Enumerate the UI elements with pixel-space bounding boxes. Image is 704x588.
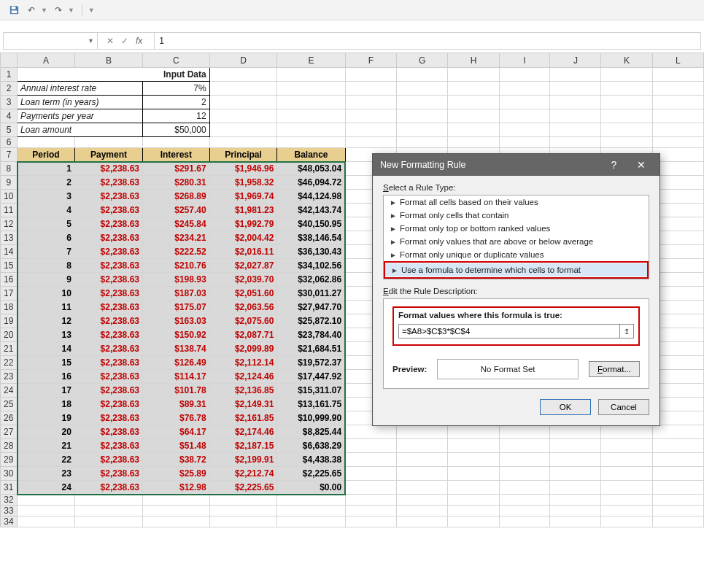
- cell-period[interactable]: 11: [18, 301, 75, 314]
- empty-cell[interactable]: [550, 467, 601, 481]
- cell-balance[interactable]: $8,825.44: [277, 425, 345, 439]
- input-value[interactable]: 12: [142, 109, 209, 123]
- row-header-5[interactable]: 5: [1, 123, 18, 137]
- empty-cell[interactable]: [142, 506, 209, 517]
- empty-cell[interactable]: [448, 481, 499, 495]
- col-header-A[interactable]: A: [18, 53, 75, 68]
- col-header-J[interactable]: J: [550, 53, 601, 68]
- col-header-G[interactable]: G: [396, 53, 447, 68]
- empty-cell[interactable]: [277, 96, 345, 109]
- empty-cell[interactable]: [345, 439, 396, 453]
- cell-principal[interactable]: $2,016.11: [209, 245, 277, 259]
- empty-cell[interactable]: [396, 96, 447, 109]
- empty-cell[interactable]: [652, 495, 703, 506]
- cell-payment[interactable]: $2,238.63: [74, 342, 142, 356]
- empty-cell[interactable]: [396, 467, 447, 481]
- cell-period[interactable]: 18: [18, 398, 75, 411]
- empty-cell[interactable]: [601, 137, 652, 148]
- empty-cell[interactable]: [499, 425, 550, 439]
- row-header-8[interactable]: 8: [1, 162, 18, 176]
- empty-cell[interactable]: [209, 82, 277, 96]
- cell-principal[interactable]: $1,946.96: [209, 162, 277, 176]
- cell-period[interactable]: 8: [18, 259, 75, 273]
- empty-cell[interactable]: [550, 96, 601, 109]
- cell-interest[interactable]: $175.07: [142, 301, 209, 314]
- empty-cell[interactable]: [74, 517, 142, 527]
- row-header-16[interactable]: 16: [1, 273, 18, 287]
- empty-cell[interactable]: [601, 82, 652, 96]
- empty-cell[interactable]: [652, 439, 703, 453]
- empty-cell[interactable]: [396, 68, 447, 82]
- cell-balance[interactable]: $30,011.27: [277, 287, 345, 301]
- fx-icon[interactable]: fx: [136, 36, 142, 46]
- empty-cell[interactable]: [345, 68, 396, 82]
- row-header-29[interactable]: 29: [1, 453, 18, 467]
- empty-cell[interactable]: [345, 467, 396, 481]
- cell-interest[interactable]: $163.03: [142, 314, 209, 328]
- empty-cell[interactable]: [18, 506, 75, 517]
- empty-cell[interactable]: [396, 82, 447, 96]
- cell-interest[interactable]: $89.31: [142, 398, 209, 411]
- empty-cell[interactable]: [652, 506, 703, 517]
- empty-cell[interactable]: [396, 137, 447, 148]
- cell-period[interactable]: 14: [18, 342, 75, 356]
- cell-payment[interactable]: $2,238.63: [74, 204, 142, 217]
- empty-cell[interactable]: [209, 517, 277, 527]
- cell-balance[interactable]: $13,161.75: [277, 398, 345, 411]
- empty-cell[interactable]: [550, 517, 601, 527]
- cell-payment[interactable]: $2,238.63: [74, 467, 142, 481]
- cell-payment[interactable]: $2,238.63: [74, 231, 142, 245]
- empty-cell[interactable]: [277, 506, 345, 517]
- empty-cell[interactable]: [448, 517, 499, 527]
- input-data-title[interactable]: Input Data: [18, 68, 210, 82]
- cell-period[interactable]: 21: [18, 439, 75, 453]
- cell-principal[interactable]: $2,087.71: [209, 328, 277, 342]
- empty-cell[interactable]: [499, 517, 550, 527]
- cell-principal[interactable]: $2,063.56: [209, 301, 277, 314]
- cell-interest[interactable]: $257.40: [142, 204, 209, 217]
- empty-cell[interactable]: [209, 123, 277, 137]
- cell-interest[interactable]: $280.31: [142, 176, 209, 190]
- empty-cell[interactable]: [550, 109, 601, 123]
- cell-interest[interactable]: $234.21: [142, 231, 209, 245]
- cell-payment[interactable]: $2,238.63: [74, 356, 142, 370]
- empty-cell[interactable]: [601, 517, 652, 527]
- input-value[interactable]: 2: [142, 96, 209, 109]
- row-header-26[interactable]: 26: [1, 411, 18, 425]
- empty-cell[interactable]: [601, 109, 652, 123]
- cell-interest[interactable]: $245.84: [142, 217, 209, 231]
- empty-cell[interactable]: [142, 137, 209, 148]
- cell-principal[interactable]: $2,004.42: [209, 231, 277, 245]
- cell-balance[interactable]: $15,311.07: [277, 384, 345, 398]
- cell-period[interactable]: 15: [18, 356, 75, 370]
- cell-principal[interactable]: $2,039.70: [209, 273, 277, 287]
- empty-cell[interactable]: [209, 495, 277, 506]
- cell-payment[interactable]: $2,238.63: [74, 481, 142, 495]
- empty-cell[interactable]: [448, 439, 499, 453]
- empty-cell[interactable]: [396, 495, 447, 506]
- empty-cell[interactable]: [18, 137, 75, 148]
- empty-cell[interactable]: [652, 467, 703, 481]
- cell-payment[interactable]: $2,238.63: [74, 190, 142, 204]
- row-header-31[interactable]: 31: [1, 481, 18, 495]
- empty-cell[interactable]: [448, 96, 499, 109]
- cell-interest[interactable]: $64.17: [142, 425, 209, 439]
- empty-cell[interactable]: [499, 96, 550, 109]
- cell-principal[interactable]: $2,075.60: [209, 314, 277, 328]
- cell-principal[interactable]: $1,958.32: [209, 176, 277, 190]
- empty-cell[interactable]: [396, 453, 447, 467]
- amort-header[interactable]: Payment: [74, 148, 142, 162]
- undo-dropdown-icon[interactable]: ▼: [41, 7, 47, 14]
- collapse-dialog-icon[interactable]: ↥: [619, 324, 634, 339]
- name-box[interactable]: ▼: [3, 32, 98, 50]
- cell-payment[interactable]: $2,238.63: [74, 453, 142, 467]
- empty-cell[interactable]: [652, 68, 703, 82]
- input-label[interactable]: Payments per year: [18, 109, 143, 123]
- cell-payment[interactable]: $2,238.63: [74, 273, 142, 287]
- empty-cell[interactable]: [396, 123, 447, 137]
- cell-principal[interactable]: $2,199.91: [209, 453, 277, 467]
- cell-principal[interactable]: $2,212.74: [209, 467, 277, 481]
- empty-cell[interactable]: [448, 453, 499, 467]
- input-label[interactable]: Loan amount: [18, 123, 143, 137]
- amort-header[interactable]: Period: [18, 148, 75, 162]
